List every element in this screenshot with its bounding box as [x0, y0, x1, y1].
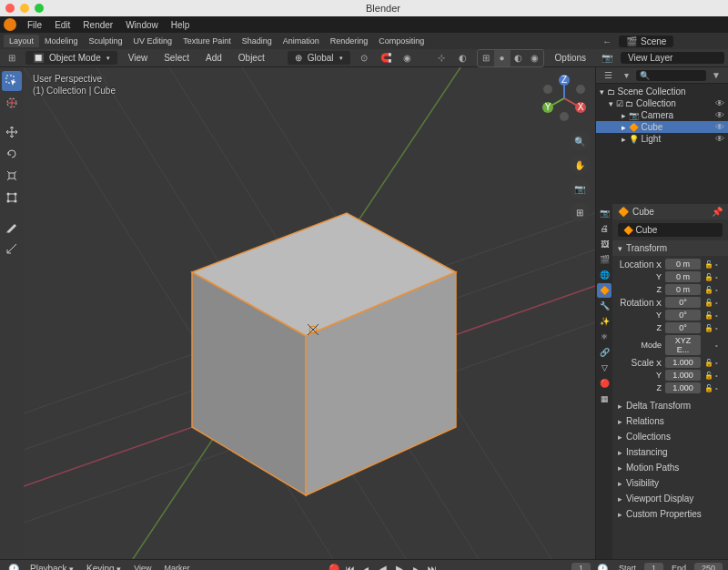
tab-animation[interactable]: Animation: [278, 35, 325, 47]
start-frame[interactable]: 1: [644, 563, 663, 570]
prop-tab-scene[interactable]: 🎬: [597, 252, 612, 267]
timeline-marker[interactable]: Marker: [160, 563, 195, 570]
location-z[interactable]: 0 m: [665, 284, 701, 295]
play-icon[interactable]: ▶: [392, 562, 407, 570]
tool-measure[interactable]: [2, 239, 22, 259]
editor-type-icon[interactable]: ⊞: [4, 50, 20, 66]
options-dropdown[interactable]: Options: [550, 52, 592, 64]
menu-file[interactable]: File: [22, 19, 47, 31]
tab-rendering[interactable]: Rendering: [325, 35, 374, 47]
panel-instancing[interactable]: ▸ Instancing: [612, 444, 728, 460]
prop-tab-output[interactable]: 🖨: [597, 221, 612, 236]
location-x[interactable]: 0 m: [665, 259, 701, 270]
menu-help[interactable]: Help: [166, 19, 196, 31]
tab-texture[interactable]: Texture Paint: [177, 35, 237, 47]
prop-tab-object[interactable]: 🔶: [597, 283, 612, 298]
perspective-toggle-button[interactable]: ⊞: [570, 202, 590, 222]
menu-render[interactable]: Render: [77, 19, 118, 31]
rotation-y[interactable]: 0°: [665, 310, 701, 321]
prop-tab-modifier[interactable]: 🔧: [597, 299, 612, 313]
snap-icon[interactable]: 🧲: [378, 50, 394, 66]
overlay-toggle-icon[interactable]: ◐: [455, 50, 471, 66]
material-shading[interactable]: ◐: [511, 50, 527, 66]
scale-z[interactable]: 1.000: [665, 382, 701, 393]
prop-tab-texture[interactable]: ▦: [597, 392, 612, 406]
pan-button[interactable]: ✋: [570, 155, 590, 175]
panel-custom-props[interactable]: ▸ Custom Properties: [612, 506, 728, 522]
tree-light[interactable]: ▸ 💡 Light👁: [596, 133, 728, 145]
viewport-menu-select[interactable]: Select: [158, 52, 195, 64]
panel-relations[interactable]: ▸ Relations: [612, 413, 728, 429]
display-mode-icon[interactable]: ▾: [618, 67, 634, 84]
prop-tab-physics[interactable]: ⚛: [597, 330, 612, 344]
viewport-menu-add[interactable]: Add: [200, 52, 228, 64]
timeline-playback[interactable]: Playback ▾: [25, 563, 78, 571]
tool-cursor[interactable]: [2, 93, 22, 113]
transform-panel-header[interactable]: ▾ Transform: [612, 240, 728, 256]
prop-tab-render[interactable]: 📷: [597, 206, 612, 220]
tool-scale[interactable]: [2, 166, 22, 186]
solid-shading[interactable]: ●: [494, 50, 511, 66]
gizmo-toggle-icon[interactable]: ⊹: [433, 50, 450, 66]
menu-window[interactable]: Window: [120, 19, 164, 31]
scale-y[interactable]: 1.000: [665, 370, 701, 381]
prop-tab-constraint[interactable]: 🔗: [597, 345, 612, 360]
tab-modeling[interactable]: Modeling: [39, 35, 84, 47]
mode-selector[interactable]: 🔲Object Mode▾: [25, 51, 117, 65]
view-layer-selector[interactable]: View Layer: [621, 52, 724, 64]
panel-delta[interactable]: ▸ Delta Transform: [612, 398, 728, 413]
close-window-button[interactable]: [5, 4, 15, 13]
maximize-window-button[interactable]: [35, 4, 44, 13]
tree-scene-collection[interactable]: ▾ 🗀 Scene Collection: [596, 86, 728, 97]
panel-visibility[interactable]: ▸ Visibility: [612, 475, 728, 491]
tree-camera[interactable]: ▸ 📷 Camera👁: [596, 109, 728, 121]
proportional-icon[interactable]: ◉: [399, 50, 416, 66]
rotation-x[interactable]: 0°: [665, 297, 701, 308]
jump-end-icon[interactable]: ⏭: [425, 562, 440, 570]
menu-edit[interactable]: Edit: [49, 19, 76, 31]
pin-icon[interactable]: 📌: [712, 207, 723, 217]
jump-start-icon[interactable]: ⏮: [343, 562, 358, 570]
outliner-type-icon[interactable]: ☰: [600, 67, 616, 84]
timeline-type-icon[interactable]: 🕐: [5, 560, 22, 570]
tree-collection[interactable]: ▾ ☑ 🗀 Collection👁: [596, 97, 728, 109]
keyframe-prev-icon[interactable]: ◂: [359, 562, 374, 570]
blender-logo-icon[interactable]: [4, 18, 16, 31]
scale-x[interactable]: 1.000: [665, 357, 701, 368]
tab-shading[interactable]: Shading: [237, 35, 278, 47]
minimize-window-button[interactable]: [20, 4, 29, 13]
tool-select-box[interactable]: [2, 71, 22, 91]
current-frame[interactable]: 1: [571, 563, 591, 570]
outliner-search[interactable]: 🔍: [636, 70, 706, 81]
rotation-mode[interactable]: XYZ E...: [665, 335, 701, 355]
navigation-gizmo[interactable]: X Y Z: [539, 73, 590, 124]
camera-view-button[interactable]: 📷: [570, 178, 590, 198]
prop-tab-material[interactable]: 🔴: [597, 376, 612, 391]
tool-move[interactable]: [2, 122, 22, 142]
keyframe-next-icon[interactable]: ▸: [409, 562, 423, 570]
tab-compositing[interactable]: Compositing: [373, 35, 430, 47]
back-button[interactable]: ←: [599, 33, 615, 49]
rotation-z[interactable]: 0°: [665, 322, 701, 333]
tab-uv[interactable]: UV Editing: [128, 35, 178, 47]
tool-annotate[interactable]: [2, 217, 22, 237]
scene-selector[interactable]: 🎬Scene: [619, 36, 673, 47]
prop-tab-world[interactable]: 🌐: [597, 268, 612, 282]
autokey-icon[interactable]: 🔴: [327, 562, 341, 570]
panel-motion-paths[interactable]: ▸ Motion Paths: [612, 460, 728, 475]
cube-mesh[interactable]: [192, 213, 456, 495]
tool-transform[interactable]: [2, 188, 22, 208]
panel-viewport-display[interactable]: ▸ Viewport Display: [612, 491, 728, 506]
prop-tab-viewlayer[interactable]: 🖼: [597, 237, 612, 251]
rendered-shading[interactable]: ◉: [527, 50, 543, 66]
viewport-menu-view[interactable]: View: [123, 52, 154, 64]
clock-icon[interactable]: 🕐: [594, 560, 611, 570]
prop-tab-data[interactable]: ▽: [597, 361, 612, 375]
play-reverse-icon[interactable]: ◀: [376, 562, 390, 570]
zoom-button[interactable]: 🔍: [570, 131, 590, 151]
pivot-icon[interactable]: ⊙: [356, 50, 372, 66]
prop-tab-particle[interactable]: ✨: [597, 314, 612, 329]
timeline-view[interactable]: View: [129, 563, 156, 570]
3d-viewport[interactable]: User Perspective(1) Collection | Cube X …: [24, 67, 595, 559]
filter-icon[interactable]: ▼: [708, 67, 724, 84]
